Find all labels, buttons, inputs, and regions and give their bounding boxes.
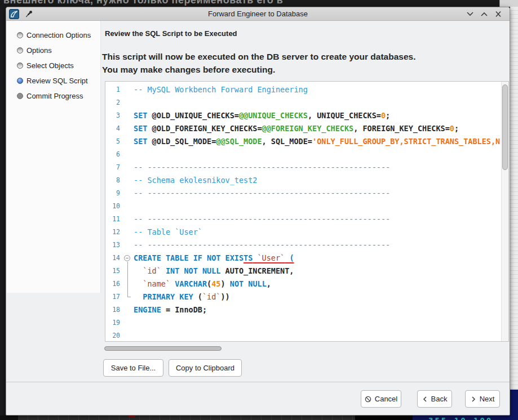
copy-to-clipboard-button[interactable]: Copy to Clipboard [169,359,242,377]
line-number: 9 [105,187,122,200]
code-line-18[interactable]: 18ENGINE = InnoDB; [105,303,508,316]
fold-column [122,265,134,278]
message-line-1: This script will now be executed on the … [102,52,415,62]
sidebar-step-connection-options: Connection Options [7,28,100,43]
vertical-scrollbar[interactable] [501,82,508,341]
fold-guide-line [127,262,128,297]
line-number: 3 [105,109,122,122]
code-line-6[interactable]: 6 [105,148,508,161]
code-line-17[interactable]: 17 PRIMARY KEY (`id`)) [105,291,508,303]
line-number: 10 [105,200,122,213]
step-bullet-icon [17,62,23,69]
code-line-15[interactable]: 15 `id` INT NOT NULL AUTO_INCREMENT, [105,265,508,278]
close-icon[interactable] [494,10,503,18]
background-segment [355,415,413,420]
code-text: -- -------------------------------------… [134,213,390,226]
step-bullet-icon [17,78,23,84]
forward-engineer-dialog: Forward Engineer to Database Connection … [6,7,510,415]
background-window-top: внешнего ключа, нужно только переименова… [0,0,499,7]
background-red-mark [129,415,135,417]
line-number: 12 [105,226,122,239]
step-bullet-icon [17,93,23,99]
code-line-1[interactable]: 1-- MySQL Workbench Forward Engineering [105,83,508,96]
code-text: PRIMARY KEY (`id`)) [134,291,230,303]
screen: внешнего ключа, нужно только переименова… [0,0,518,420]
save-to-file-button[interactable]: Save to File... [103,359,163,377]
line-number: 17 [105,291,122,303]
line-number: 7 [105,161,122,174]
code-text: -- MySQL Workbench Forward Engineering [134,83,308,96]
sql-editor[interactable]: 1-- MySQL Workbench Forward Engineering2… [105,81,509,342]
code-text: `id` INT NOT NULL AUTO_INCREMENT, [134,265,294,278]
code-text: `name` VARCHAR(45) NOT NULL, [134,278,271,291]
code-line-8[interactable]: 8-- Schema ekolesnikov_test2 [105,174,508,187]
fold-guide-corner [127,297,131,297]
code-line-9[interactable]: 9-- ------------------------------------… [105,187,508,200]
fold-column [122,213,134,226]
background-scrollbar-strip [499,0,518,7]
line-number: 4 [105,122,122,135]
line-number: 8 [105,174,122,187]
fold-column [122,200,134,213]
vertical-scrollbar-thumb[interactable] [502,84,508,170]
back-button[interactable]: Back [417,390,452,408]
fold-column [122,161,134,174]
fold-column [122,122,134,135]
line-number: 1 [105,83,122,96]
title-bar[interactable]: Forward Engineer to Database [6,7,510,21]
code-text: SET @OLD_UNIQUE_CHECKS=@@UNIQUE_CHECKS, … [134,109,390,122]
code-line-12[interactable]: 12-- Table `User` [105,226,508,239]
background-segment [0,415,18,420]
code-text: -- -------------------------------------… [134,161,390,174]
chevron-down-icon[interactable] [466,10,475,18]
next-button[interactable]: Next [465,390,500,408]
background-table-strip [18,415,355,420]
code-line-11[interactable]: 11-- -----------------------------------… [105,213,508,226]
chevron-left-icon [422,396,428,403]
code-line-16[interactable]: 16 `name` VARCHAR(45) NOT NULL, [105,278,508,291]
fold-column [122,226,134,239]
code-line-10[interactable]: 10 [105,200,508,213]
step-label: Review SQL Script [26,77,88,85]
fold-column [122,148,134,161]
code-line-13[interactable]: 13-- -----------------------------------… [105,239,508,252]
page-title: Review the SQL Script to be Executed [105,29,237,38]
horizontal-scrollbar-thumb[interactable] [104,346,222,351]
fold-marker-icon[interactable] [122,252,134,265]
fold-column [122,96,134,109]
back-label: Back [431,395,448,403]
fold-column [122,303,134,316]
line-number: 14 [105,252,122,265]
fold-column [122,109,134,122]
code-line-2[interactable]: 2 [105,96,508,109]
next-label: Next [480,395,495,403]
code-text: SET @OLD_SQL_MODE=@@SQL_MODE, SQL_MODE='… [134,135,500,148]
code-line-20[interactable]: 20 [105,329,508,342]
code-text: -- -------------------------------------… [134,187,390,200]
sidebar-step-commit-progress: Commit Progress [7,88,100,104]
fold-column [122,174,134,187]
chevron-up-icon[interactable] [480,10,489,18]
line-number: 15 [105,265,122,278]
step-label: Commit Progress [26,92,83,100]
line-number: 11 [105,213,122,226]
fold-column [122,316,134,329]
code-line-7[interactable]: 7-- ------------------------------------… [105,161,508,174]
step-label: Select Objects [26,61,74,70]
code-line-3[interactable]: 3SET @OLD_UNIQUE_CHECKS=@@UNIQUE_CHECKS,… [105,109,508,122]
sql-editor-lines[interactable]: 1-- MySQL Workbench Forward Engineering2… [105,82,508,342]
fold-column [122,239,134,252]
code-line-4[interactable]: 4SET @OLD_FOREIGN_KEY_CHECKS=@@FOREIGN_K… [105,122,508,135]
line-number: 5 [105,135,122,148]
line-number: 6 [105,148,122,161]
code-text: -- Schema ekolesnikov_test2 [134,174,257,187]
code-text: -- Table `User` [134,226,202,239]
line-number: 19 [105,316,122,329]
step-label: Options [26,46,52,55]
code-line-5[interactable]: 5SET @OLD_SQL_MODE=@@SQL_MODE, SQL_MODE=… [105,135,508,148]
cancel-button[interactable]: Cancel [361,390,401,408]
code-line-14[interactable]: 14CREATE TABLE IF NOT EXISTS `User` ( [105,252,508,265]
wizard-steps: Connection OptionsOptionsSelect ObjectsR… [7,21,100,104]
message-line-2: You may make changes before executing. [102,65,275,75]
code-line-19[interactable]: 19 [105,316,508,329]
